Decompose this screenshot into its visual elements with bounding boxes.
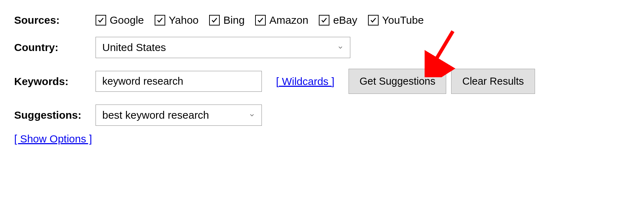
country-row: Country: United States — [14, 37, 630, 58]
checkmark-icon — [209, 15, 220, 26]
checkbox-label: eBay — [333, 14, 357, 26]
source-checkbox-amazon[interactable]: Amazon — [255, 14, 308, 26]
checkmark-icon — [155, 15, 165, 26]
sources-label: Sources: — [14, 14, 96, 26]
suggestions-label: Suggestions: — [14, 109, 96, 121]
country-selected-value: United States — [102, 41, 166, 54]
checkmark-icon — [368, 15, 379, 26]
checkmark-icon — [255, 15, 266, 26]
source-checkbox-yahoo[interactable]: Yahoo — [155, 14, 199, 26]
checkbox-label: Google — [110, 14, 144, 26]
suggestions-row: Suggestions: best keyword research — [14, 105, 630, 126]
keywords-input[interactable] — [96, 71, 262, 92]
suggestions-selected-value: best keyword research — [102, 109, 209, 121]
country-label: Country: — [14, 41, 96, 54]
sources-row: Sources: Google Yahoo Bing Amazon eBay — [14, 14, 630, 26]
checkbox-label: YouTube — [382, 14, 424, 26]
country-select[interactable]: United States — [96, 37, 350, 58]
keywords-row: Keywords: [ Wildcards ] Get Suggestions … — [14, 69, 630, 94]
source-checkbox-google[interactable]: Google — [96, 14, 144, 26]
source-checkbox-youtube[interactable]: YouTube — [368, 14, 424, 26]
checkbox-label: Bing — [223, 14, 245, 26]
svg-line-0 — [432, 31, 453, 67]
checkbox-label: Yahoo — [169, 14, 199, 26]
wildcards-link[interactable]: [ Wildcards ] — [276, 75, 334, 88]
chevron-down-icon — [337, 44, 344, 51]
source-checkbox-ebay[interactable]: eBay — [319, 14, 357, 26]
show-options-row: [ Show Options ] — [14, 133, 630, 145]
chevron-down-icon — [249, 112, 255, 118]
checkmark-icon — [96, 15, 106, 26]
suggestions-select[interactable]: best keyword research — [96, 105, 262, 126]
arrow-annotation-icon — [425, 28, 467, 77]
show-options-link[interactable]: [ Show Options ] — [14, 133, 92, 145]
source-checkbox-bing[interactable]: Bing — [209, 14, 245, 26]
checkmark-icon — [319, 15, 329, 26]
keywords-label: Keywords: — [14, 75, 96, 88]
checkbox-label: Amazon — [269, 14, 308, 26]
